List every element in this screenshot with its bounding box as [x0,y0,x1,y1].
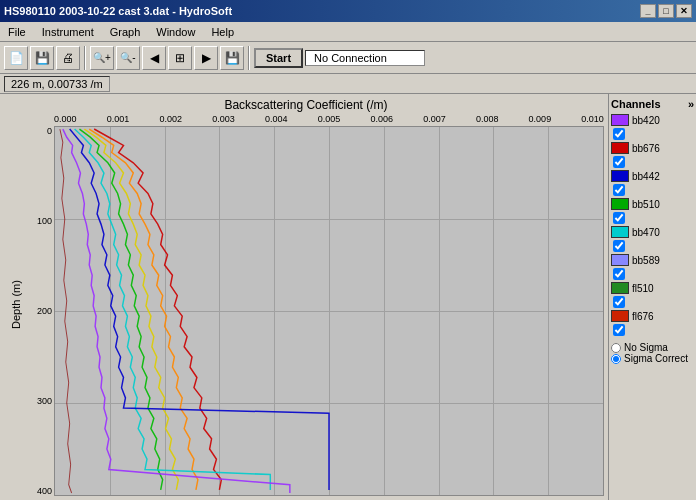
channel-check-bb589[interactable] [613,268,625,280]
menu-file[interactable]: File [2,25,32,39]
start-button[interactable]: Start [254,48,303,68]
no-sigma-label: No Sigma [624,342,668,353]
menu-window[interactable]: Window [150,25,201,39]
y-label-4: 400 [37,486,52,496]
channel-check-bb470-row [611,240,694,252]
zoom-out-button[interactable]: 🔍- [116,46,140,70]
channel-check-fl510-row [611,296,694,308]
main-content: Backscattering Coefficient (/m) Depth (m… [0,94,696,500]
x-label-9: 0.009 [529,114,552,124]
save2-button[interactable]: 💾 [220,46,244,70]
channel-name-bb470: bb470 [632,227,660,238]
print-button[interactable]: 🖨 [56,46,80,70]
maximize-button[interactable]: □ [658,4,674,18]
menu-instrument[interactable]: Instrument [36,25,100,39]
channel-check-bb676-row [611,156,694,168]
channel-check-bb420-row [611,128,694,140]
channel-name-fl676: fl676 [632,311,654,322]
channel-check-bb420[interactable] [613,128,625,140]
channel-check-bb442[interactable] [613,184,625,196]
channel-color-fl676 [611,310,629,322]
y-ticks: 0 100 200 300 400 [24,126,54,496]
plot-area-wrapper: 0 100 200 300 400 [24,126,604,496]
no-sigma-radio[interactable] [611,343,621,353]
channel-color-bb676 [611,142,629,154]
x-label-4: 0.004 [265,114,288,124]
menu-bar: File Instrument Graph Window Help [0,22,696,42]
channel-color-bb510 [611,198,629,210]
channel-item-fl510: fl510 [611,282,694,294]
channel-item-bb442: bb442 [611,170,694,182]
channel-item-bb589: bb589 [611,254,694,266]
new-button[interactable]: 📄 [4,46,28,70]
x-label-5: 0.005 [318,114,341,124]
grid-button[interactable]: ⊞ [168,46,192,70]
channels-label: Channels [611,98,661,110]
channel-check-bb676[interactable] [613,156,625,168]
cursor-status: 226 m, 0.00733 /m [4,76,110,92]
channel-color-bb420 [611,114,629,126]
separator-1 [84,46,86,70]
x-label-7: 0.007 [423,114,446,124]
sigma-correct-radio[interactable] [611,354,621,364]
x-label-6: 0.006 [370,114,393,124]
graph-inner: 0.000 0.001 0.002 0.003 0.004 0.005 0.00… [24,114,604,496]
toolbar: 📄 💾 🖨 🔍+ 🔍- ◀ ⊞ ▶ 💾 Start No Connection [0,42,696,74]
title-bar: HS980110 2003-10-22 cast 3.dat - HydroSo… [0,0,696,22]
channel-panel-header: Channels » [611,98,694,110]
channel-item-bb676: bb676 [611,142,694,154]
x-label-1: 0.001 [107,114,130,124]
channel-check-fl510[interactable] [613,296,625,308]
window-title: HS980110 2003-10-22 cast 3.dat - HydroSo… [4,5,232,17]
channel-color-bb470 [611,226,629,238]
channel-check-bb510-row [611,212,694,224]
curves-svg [55,127,603,495]
x-label-10: 0.010 [581,114,604,124]
x-axis-labels: 0.000 0.001 0.002 0.003 0.004 0.005 0.00… [54,114,604,124]
channel-item-bb470: bb470 [611,226,694,238]
channel-color-bb442 [611,170,629,182]
graph-area: Backscattering Coefficient (/m) Depth (m… [0,94,608,500]
sigma-correct-label: Sigma Correct [624,353,688,364]
channel-name-fl510: fl510 [632,283,654,294]
channel-item-fl676: fl676 [611,310,694,322]
channel-name-bb676: bb676 [632,143,660,154]
channel-name-bb589: bb589 [632,255,660,266]
graph-container: Depth (m) 0.000 0.001 0.002 0.003 0.004 … [8,114,604,496]
zoom-in-button[interactable]: 🔍+ [90,46,114,70]
channel-item-bb510: bb510 [611,198,694,210]
x-label-8: 0.008 [476,114,499,124]
save-button[interactable]: 💾 [30,46,54,70]
channel-panel: Channels » bb420 bb676 bb442 [608,94,696,500]
graph-title: Backscattering Coefficient (/m) [8,98,604,112]
channel-item-bb420: bb420 [611,114,694,126]
plot-area[interactable] [54,126,604,496]
forward-button[interactable]: ▶ [194,46,218,70]
channel-check-bb470[interactable] [613,240,625,252]
x-label-0: 0.000 [54,114,77,124]
close-button[interactable]: ✕ [676,4,692,18]
y-label-3: 300 [37,396,52,406]
x-label-2: 0.002 [159,114,182,124]
back-button[interactable]: ◀ [142,46,166,70]
channel-check-fl676-row [611,324,694,336]
channel-check-bb442-row [611,184,694,196]
no-sigma-row: No Sigma [611,342,694,353]
minimize-button[interactable]: _ [640,4,656,18]
channel-name-bb420: bb420 [632,115,660,126]
channel-name-bb442: bb442 [632,171,660,182]
separator-2 [248,46,250,70]
y-label-0: 0 [47,126,52,136]
sigma-section: No Sigma Sigma Correct [611,342,694,364]
channel-check-fl676[interactable] [613,324,625,336]
y-label-1: 100 [37,216,52,226]
y-label-2: 200 [37,306,52,316]
channel-check-bb510[interactable] [613,212,625,224]
channel-color-fl510 [611,282,629,294]
x-label-3: 0.003 [212,114,235,124]
status-top-bar: 226 m, 0.00733 /m [0,74,696,94]
channels-expand-icon[interactable]: » [688,98,694,110]
menu-graph[interactable]: Graph [104,25,147,39]
sigma-correct-row: Sigma Correct [611,353,694,364]
menu-help[interactable]: Help [205,25,240,39]
